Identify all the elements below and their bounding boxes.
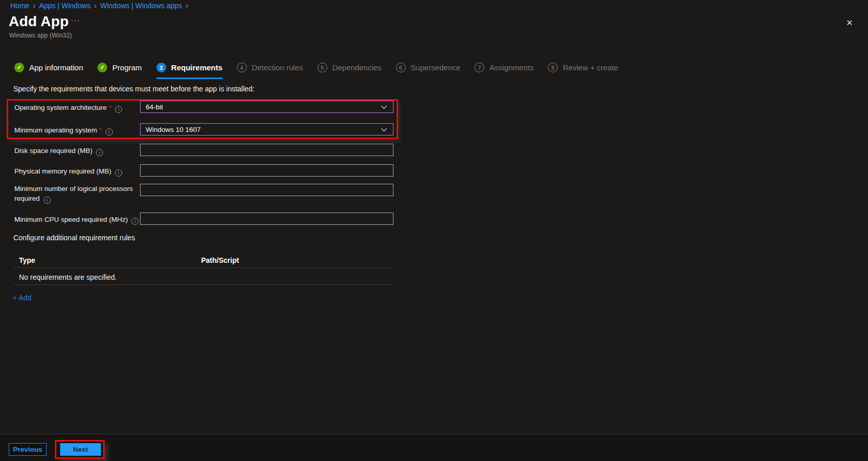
context-menu-dots-icon[interactable]: ··· xyxy=(71,15,80,24)
empty-table-message: No requirements are specified. xyxy=(19,273,117,281)
step-label: App information xyxy=(29,63,83,72)
step-label: Supersedence xyxy=(411,63,461,72)
step-number-badge: 6 xyxy=(396,63,406,72)
cpu-speed-input[interactable] xyxy=(140,213,393,225)
label-text: Minimum number of logical processors req… xyxy=(14,185,133,202)
page-subtitle: Windows app (Win32) xyxy=(9,32,72,39)
label-text: Disk space required (MB) xyxy=(14,147,92,155)
min-os-select[interactable]: Windows 10 1607 xyxy=(140,123,393,136)
breadcrumb-windows-apps-link[interactable]: Windows | Windows apps xyxy=(100,2,182,10)
previous-button[interactable]: Previous xyxy=(9,443,47,456)
info-icon[interactable]: i xyxy=(131,218,139,225)
min-os-label: Minimum operating system*i xyxy=(14,124,143,136)
footer-bar xyxy=(0,434,868,461)
check-icon: ✓ xyxy=(14,63,24,72)
close-icon[interactable]: ✕ xyxy=(842,15,857,30)
step-number-badge: 3 xyxy=(156,63,166,72)
footer-divider xyxy=(0,434,868,434)
info-icon[interactable]: i xyxy=(115,106,122,113)
disk-space-input[interactable] xyxy=(140,144,393,156)
os-architecture-label: Operating system architecture*i xyxy=(14,101,143,113)
info-icon[interactable]: i xyxy=(115,169,122,177)
label-text: Operating system architecture xyxy=(14,104,107,111)
requirements-intro-text: Specify the requirements that devices mu… xyxy=(13,85,254,93)
label-text: Minimum operating system xyxy=(14,126,97,134)
physical-memory-input[interactable] xyxy=(140,164,393,177)
required-asterisk: * xyxy=(109,104,111,111)
logical-processors-field xyxy=(140,184,393,196)
cpu-speed-label: Minimum CPU speed required (MHz)i xyxy=(14,213,143,225)
chevron-down-icon xyxy=(380,103,388,111)
tab-supersedence[interactable]: 6 Supersedence xyxy=(396,63,461,79)
logical-processors-input[interactable] xyxy=(140,184,393,196)
tab-requirements[interactable]: 3 Requirements xyxy=(156,63,223,79)
breadcrumb: Home › Apps | Windows › Windows | Window… xyxy=(10,2,188,10)
breadcrumb-home-link[interactable]: Home xyxy=(10,2,29,10)
step-label: Requirements xyxy=(171,63,223,72)
selected-value: Windows 10 1607 xyxy=(146,126,201,133)
table-divider xyxy=(13,267,393,268)
physical-memory-field xyxy=(140,164,393,177)
breadcrumb-separator-icon: › xyxy=(94,2,96,9)
tab-dependencies[interactable]: 5 Dependencies xyxy=(318,63,382,79)
check-icon: ✓ xyxy=(97,63,107,72)
add-requirement-button[interactable]: + Add xyxy=(13,294,31,302)
label-text: Minimum CPU speed required (MHz) xyxy=(14,216,128,223)
step-number-badge: 5 xyxy=(318,63,327,72)
step-number-badge: 4 xyxy=(237,63,247,72)
tab-assignments[interactable]: 7 Assignments xyxy=(475,63,534,79)
tab-program[interactable]: ✓ Program xyxy=(97,63,142,79)
additional-rules-heading: Configure additional requirement rules xyxy=(13,234,135,242)
step-label: Dependencies xyxy=(332,63,382,72)
disk-space-label: Disk space required (MB)i xyxy=(14,144,143,156)
cpu-speed-field xyxy=(140,213,393,225)
info-icon[interactable]: i xyxy=(44,197,51,204)
info-icon[interactable]: i xyxy=(106,128,113,136)
tab-review-create[interactable]: 8 Review + create xyxy=(548,63,618,79)
required-asterisk: * xyxy=(99,126,102,134)
next-button[interactable]: Next xyxy=(60,443,101,456)
selected-value: 64-bit xyxy=(146,103,163,111)
page-title: Add App xyxy=(9,13,69,30)
wizard-steps: ✓ App information ✓ Program 3 Requiremen… xyxy=(14,63,618,79)
info-icon[interactable]: i xyxy=(96,149,103,156)
breadcrumb-apps-windows-link[interactable]: Apps | Windows xyxy=(39,2,90,10)
column-header-path-script: Path/Script xyxy=(201,256,239,264)
os-architecture-select[interactable]: 64-bit xyxy=(140,101,393,113)
tab-app-information[interactable]: ✓ App information xyxy=(14,63,83,79)
column-header-type: Type xyxy=(19,256,35,264)
breadcrumb-separator-icon: › xyxy=(186,2,188,9)
physical-memory-label: Physical memory required (MB)i xyxy=(14,165,143,177)
step-label: Program xyxy=(112,63,142,72)
tab-detection-rules[interactable]: 4 Detection rules xyxy=(237,63,303,79)
disk-space-field xyxy=(140,144,393,156)
label-text: Physical memory required (MB) xyxy=(14,167,111,175)
step-number-badge: 8 xyxy=(548,63,558,72)
step-label: Assignments xyxy=(489,63,534,72)
breadcrumb-separator-icon: › xyxy=(33,2,35,9)
step-label: Review + create xyxy=(563,63,618,72)
table-divider xyxy=(13,284,393,285)
step-label: Detection rules xyxy=(252,63,303,72)
logical-processors-label: Minimum number of logical processors req… xyxy=(14,184,135,204)
chevron-down-icon xyxy=(380,126,388,133)
step-number-badge: 7 xyxy=(475,63,484,72)
